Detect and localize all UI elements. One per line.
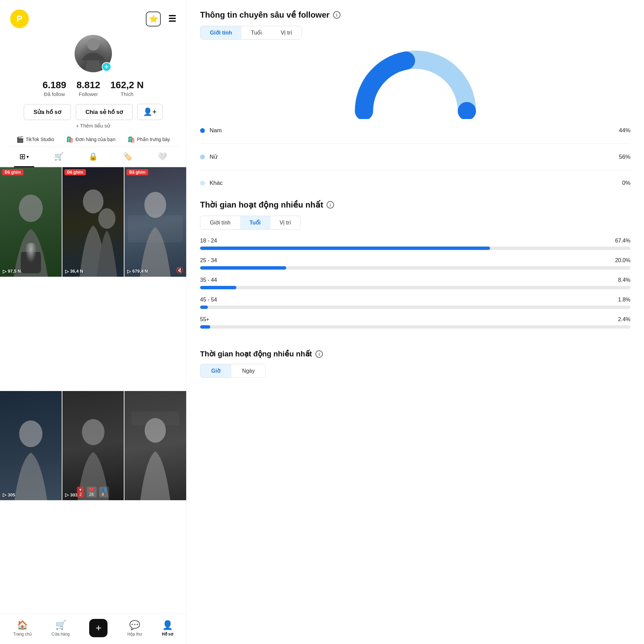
age-pct-55plus: 2.4% (618, 316, 630, 323)
tab-tuoi[interactable]: Tuổi (241, 26, 271, 39)
nav-shop[interactable]: 🛒 Cửa hàng (52, 620, 70, 637)
activity-section: Thời gian hoạt động nhiều nhất i Giới tí… (200, 200, 630, 336)
follower-count: 8.812 (76, 80, 100, 91)
interaction-bar: ▾ 2 ❤️ 28 👥 4 (77, 487, 109, 497)
activity-tab-tuoi[interactable]: Tuổi (240, 216, 270, 229)
studio-icon: 🎬 (16, 136, 24, 143)
svg-point-3 (98, 208, 115, 229)
time-tab-ngay[interactable]: Ngày (231, 364, 266, 377)
shortcut-orders-label: Đơn hàng của bạn (76, 137, 116, 142)
nav-inbox[interactable]: 💬 Hộp thư (128, 620, 142, 637)
inbox-icon: 💬 (129, 620, 140, 630)
heart-icon: 🤍 (158, 152, 167, 161)
gender-khac: Khác 0% (200, 180, 630, 187)
nav-home[interactable]: 🏠 Trang chủ (13, 620, 32, 637)
bar-track (200, 266, 630, 270)
activity-tab-gioi-tinh[interactable]: Giới tính (200, 216, 240, 229)
share-profile-button[interactable]: Chia sẻ hồ sơ (76, 104, 133, 120)
follow-stat: 6.189 Đã follow (42, 80, 66, 97)
khac-label: Khác (210, 180, 223, 187)
time-tabs: Giờ Ngày (200, 364, 266, 378)
age-range-4554: 45 - 54 (200, 297, 217, 303)
age-pct-4554: 1.8% (618, 297, 630, 303)
age-pct-2534: 20.0% (615, 257, 630, 264)
add-avatar-button[interactable]: + (102, 62, 111, 72)
khac-dot (200, 181, 205, 186)
info-icon[interactable]: i (333, 11, 340, 19)
age-row-18-24: 18 - 24 67.4% (200, 238, 630, 250)
profile-icon: 👤 (162, 620, 173, 630)
gender-list: Nam 44% Nữ 56% Khác 0% (200, 127, 630, 187)
activity2-section: Thời gian hoạt động nhiều nhất i Giờ Ngà… (200, 350, 630, 378)
video-item[interactable]: ▷ 303 ▾ 2 ❤️ 28 👥 4 (62, 391, 124, 501)
video-item[interactable]: Đã ghim ▷ 679,4 N 🔇 (124, 167, 186, 277)
video-item[interactable]: Đã ghim ▷ 97,5 N (0, 167, 62, 277)
age-range-55plus: 55+ (200, 316, 209, 323)
activity-info-icon[interactable]: i (327, 201, 334, 209)
shortcut-showcase[interactable]: 🛍️ Phần trưng bày (128, 136, 170, 143)
age-pct-3544: 8.4% (618, 277, 630, 283)
activity-title: Thời gian hoạt động nhiều nhất i (200, 200, 630, 210)
follow-label: Đã follow (42, 91, 66, 97)
grid-arrow: ▾ (26, 154, 29, 159)
tab-tag[interactable]: 🏷️ (118, 150, 138, 164)
video-item[interactable] (124, 391, 186, 501)
showcase-icon: 🛍️ (128, 136, 135, 143)
add-friend-button[interactable]: 👤+ (137, 104, 162, 120)
menu-button[interactable]: ☰ (168, 14, 176, 24)
filter-badge: ▾ 2 (77, 487, 84, 497)
shortcut-studio[interactable]: 🎬 TikTok Studio (16, 136, 54, 143)
age-row-55plus: 55+ 2.4% (200, 316, 630, 329)
bar-fill (200, 325, 210, 329)
like-stat: 162,2 N Thích (111, 80, 144, 97)
view-count: ▷ 97,5 N (3, 269, 21, 274)
bar-track (200, 325, 630, 329)
nav-plus[interactable]: + (89, 619, 108, 637)
favorites-button[interactable]: ⭐ (146, 12, 161, 26)
activity-tabs: Giới tính Tuổi Vị trí (200, 216, 301, 230)
stats-row: 6.189 Đã follow 8.812 Follower 162,2 N T… (42, 80, 143, 97)
shortcuts-row: 🎬 TikTok Studio 🛍️ Đơn hàng của bạn 🛍️ P… (7, 132, 179, 147)
tab-heart[interactable]: 🤍 (152, 150, 172, 164)
nam-pct: 44% (619, 127, 630, 134)
tab-gioi-tinh[interactable]: Giới tính (200, 26, 241, 39)
activity2-info-icon[interactable]: i (315, 350, 323, 358)
gender-nu: Nữ 56% (200, 153, 630, 160)
tab-vi-tri[interactable]: Vị trí (271, 26, 301, 39)
bio-link[interactable]: + Thêm tiểu sử (76, 123, 111, 129)
activity-tab-vi-tri[interactable]: Vị trí (270, 216, 300, 229)
svg-point-7 (82, 419, 104, 445)
profile-label: Hồ sơ (162, 632, 173, 637)
donut-chart (200, 48, 630, 119)
nu-dot (200, 155, 205, 159)
orders-icon: 🛍️ (66, 136, 74, 143)
bottom-nav: 🏠 Trang chủ 🛒 Cửa hàng + 💬 Hộp thư 👤 Hồ … (0, 614, 186, 644)
tab-lock[interactable]: 🔒 (83, 150, 103, 164)
bar-track (200, 247, 630, 250)
shortcut-showcase-label: Phần trưng bày (137, 137, 170, 142)
home-label: Trang chủ (13, 632, 32, 637)
nu-label: Nữ (210, 153, 217, 160)
bar-fill (200, 266, 286, 270)
edit-profile-button[interactable]: Sửa hồ sơ (24, 104, 71, 120)
svg-point-2 (83, 190, 103, 214)
tab-row: ⊞ ▾ 🛒 🔒 🏷️ 🤍 (0, 147, 186, 167)
tab-grid[interactable]: ⊞ ▾ (14, 150, 34, 164)
time-tab-gio[interactable]: Giờ (200, 364, 231, 377)
video-item[interactable]: ▷ 305 (0, 391, 62, 501)
video-item[interactable]: Đã ghim ▷ 36,4 N (62, 167, 124, 277)
create-button[interactable]: + (89, 619, 108, 637)
age-row-35-44: 35 - 44 8.4% (200, 277, 630, 289)
bar-fill (200, 247, 490, 250)
mute-icon[interactable]: 🔇 (176, 267, 183, 274)
view-count: ▷ 679,4 N (127, 269, 148, 274)
bar-track (200, 306, 630, 309)
age-range-3544: 35 - 44 (200, 277, 217, 283)
tab-shop[interactable]: 🛒 (49, 150, 69, 164)
age-range-1824: 18 - 24 (200, 238, 217, 244)
video-grid: Đã ghim ▷ 97,5 N Đã ghim ▷ 36,4 N (0, 167, 186, 614)
shortcut-orders[interactable]: 🛍️ Đơn hàng của bạn (66, 136, 116, 143)
nav-profile[interactable]: 👤 Hồ sơ (162, 620, 173, 637)
gender-tabs: Giới tính Tuổi Vị trí (200, 26, 302, 40)
top-icons: ⭐ ☰ (146, 12, 176, 26)
